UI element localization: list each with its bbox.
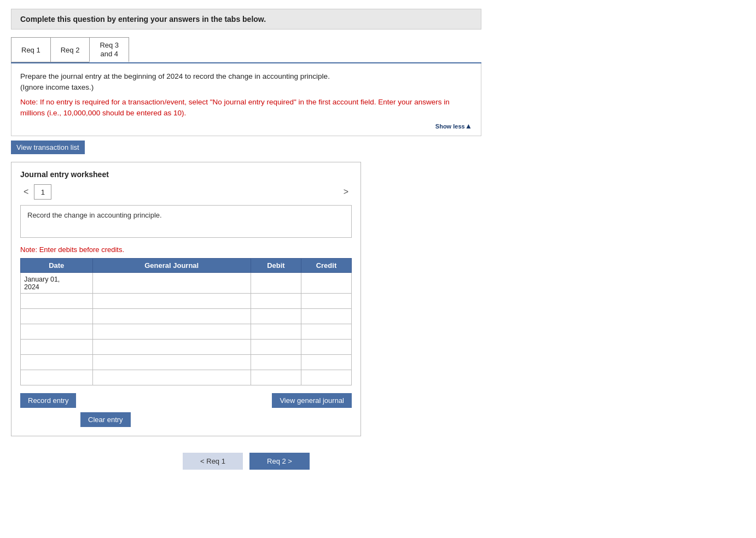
tab-req2[interactable]: Req 2 <box>50 37 90 62</box>
general-journal-cell-3[interactable] <box>92 324 251 340</box>
page-next-button[interactable]: > <box>340 187 352 197</box>
clear-entry-button[interactable]: Clear entry <box>80 412 131 427</box>
general-journal-cell-0[interactable] <box>92 273 251 294</box>
table-row <box>21 340 352 355</box>
credit-cell-5[interactable] <box>301 355 351 370</box>
general-journal-cell-6[interactable] <box>92 370 251 385</box>
credit-cell-1[interactable] <box>301 294 351 309</box>
table-row: January 01,2024 <box>21 273 352 294</box>
debit-cell-4[interactable] <box>251 340 301 355</box>
general-journal-input-2[interactable] <box>96 312 247 320</box>
debit-input-6[interactable] <box>254 373 298 382</box>
debit-input-4[interactable] <box>254 343 298 351</box>
credit-cell-0[interactable] <box>301 273 351 294</box>
date-cell-2 <box>21 309 93 324</box>
general-journal-input-6[interactable] <box>96 373 247 382</box>
tab-req3[interactable]: Req 3and 4 <box>89 37 129 62</box>
date-cell-4 <box>21 340 93 355</box>
credit-input-3[interactable] <box>305 328 348 336</box>
general-journal-cell-1[interactable] <box>92 294 251 309</box>
debit-cell-1[interactable] <box>251 294 301 309</box>
general-journal-input-0[interactable] <box>96 279 247 287</box>
credit-input-4[interactable] <box>305 343 348 351</box>
credit-input-5[interactable] <box>305 358 348 366</box>
credit-cell-6[interactable] <box>301 370 351 385</box>
page-prev-button[interactable]: < <box>20 187 32 197</box>
page-number: 1 <box>34 184 51 200</box>
instruction-text: Complete this question by entering your … <box>20 15 266 24</box>
date-cell-6 <box>21 370 93 385</box>
journal-table: Date General Journal Debit Credit Januar… <box>20 258 352 385</box>
general-journal-input-4[interactable] <box>96 343 247 351</box>
date-cell-1 <box>21 294 93 309</box>
credit-input-2[interactable] <box>305 312 348 320</box>
bottom-btn-row: Record entry View general journal <box>20 393 352 408</box>
col-header-debit: Debit <box>251 259 301 273</box>
debit-cell-0[interactable] <box>251 273 301 294</box>
general-journal-cell-4[interactable] <box>92 340 251 355</box>
show-less-button[interactable]: Show less▲ <box>20 122 472 130</box>
table-row <box>21 355 352 370</box>
table-row <box>21 370 352 385</box>
date-cell-3 <box>21 324 93 340</box>
credit-cell-4[interactable] <box>301 340 351 355</box>
nav-prev-button[interactable]: < Req 1 <box>183 453 243 470</box>
journal-worksheet-box: Journal entry worksheet < 1 > Record the… <box>11 162 361 436</box>
general-journal-cell-2[interactable] <box>92 309 251 324</box>
debit-cell-5[interactable] <box>251 355 301 370</box>
general-journal-input-1[interactable] <box>96 297 247 305</box>
tabs-row: Req 1 Req 2 Req 3and 4 <box>11 37 481 63</box>
content-area: Prepare the journal entry at the beginni… <box>11 63 481 136</box>
debit-cell-3[interactable] <box>251 324 301 340</box>
pagination-row: < 1 > <box>20 184 352 200</box>
debit-input-3[interactable] <box>254 328 298 336</box>
table-row <box>21 294 352 309</box>
nav-next-button[interactable]: Req 2 > <box>249 453 310 470</box>
debit-input-5[interactable] <box>254 358 298 366</box>
col-header-date: Date <box>21 259 93 273</box>
general-journal-cell-5[interactable] <box>92 355 251 370</box>
credit-cell-2[interactable] <box>301 309 351 324</box>
nav-bottom-row: < Req 1 Req 2 > <box>11 453 481 470</box>
view-transaction-list-button[interactable]: View transaction list <box>11 141 85 154</box>
instruction-box: Complete this question by entering your … <box>11 9 481 30</box>
credit-input-1[interactable] <box>305 297 348 305</box>
note-debits: Note: Enter debits before credits. <box>20 245 352 254</box>
table-row <box>21 324 352 340</box>
journal-title: Journal entry worksheet <box>20 170 352 179</box>
debit-input-1[interactable] <box>254 297 298 305</box>
record-description: Record the change in accounting principl… <box>20 205 352 238</box>
col-header-credit: Credit <box>301 259 351 273</box>
description-note: Note: If no entry is required for a tran… <box>20 97 472 119</box>
record-entry-button[interactable]: Record entry <box>20 393 76 408</box>
credit-input-6[interactable] <box>305 373 348 382</box>
debit-cell-6[interactable] <box>251 370 301 385</box>
date-cell-5 <box>21 355 93 370</box>
debit-cell-2[interactable] <box>251 309 301 324</box>
debit-input-0[interactable] <box>254 279 298 287</box>
col-header-general-journal: General Journal <box>92 259 251 273</box>
credit-cell-3[interactable] <box>301 324 351 340</box>
credit-input-0[interactable] <box>305 279 348 287</box>
general-journal-input-3[interactable] <box>96 328 247 336</box>
clear-row: Clear entry <box>20 412 352 427</box>
view-general-journal-button[interactable]: View general journal <box>272 393 352 408</box>
tab-req1[interactable]: Req 1 <box>11 37 51 62</box>
description-line1: Prepare the journal entry at the beginni… <box>20 71 472 93</box>
date-cell-0: January 01,2024 <box>21 273 93 294</box>
general-journal-input-5[interactable] <box>96 358 247 366</box>
debit-input-2[interactable] <box>254 312 298 320</box>
table-row <box>21 309 352 324</box>
